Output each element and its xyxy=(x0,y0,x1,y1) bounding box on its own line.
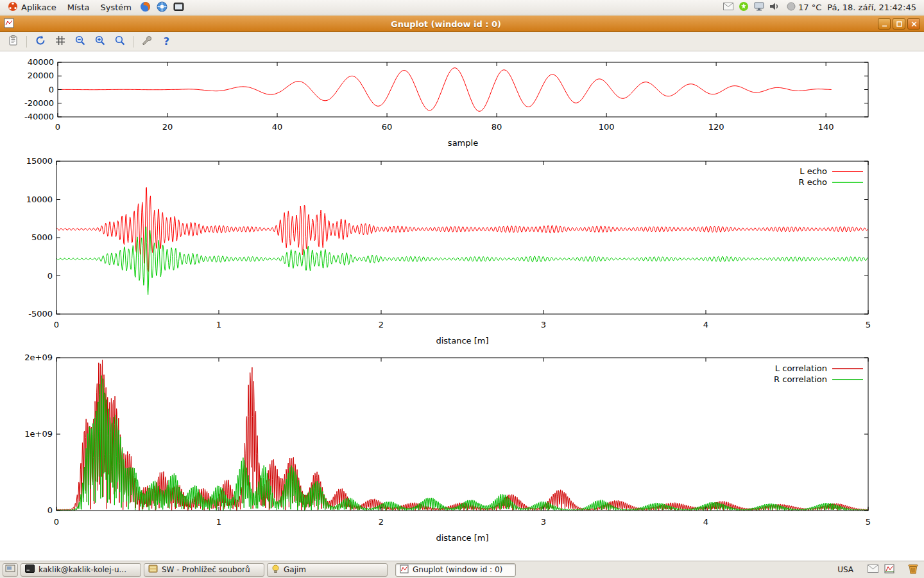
legend-label: L correlation xyxy=(775,363,827,373)
x-tick-label: 0 xyxy=(54,320,59,329)
help-launcher[interactable] xyxy=(154,1,170,15)
weather-icon xyxy=(787,2,796,13)
y-tick-label: 1e+09 xyxy=(24,429,53,439)
menu-applications[interactable]: Aplikace xyxy=(3,0,62,15)
terminal-icon xyxy=(173,2,184,13)
y-tick-label: 5000 xyxy=(31,232,53,242)
trash-icon xyxy=(907,563,919,576)
x-tick-label: 4 xyxy=(703,517,708,527)
x-axis-label: distance [m] xyxy=(436,533,488,543)
clipboard-icon xyxy=(8,35,19,48)
x-tick-label: 1 xyxy=(216,320,221,329)
grid-button[interactable] xyxy=(51,33,69,49)
task-gajim[interactable]: Gajim xyxy=(267,563,388,577)
toolbar-separator xyxy=(133,36,133,48)
zoom-next-button[interactable] xyxy=(91,33,108,49)
minimize-button[interactable] xyxy=(878,18,891,30)
legend-label: L echo xyxy=(800,166,827,176)
lifebuoy-icon xyxy=(157,1,167,14)
x-tick-label: 5 xyxy=(866,517,871,527)
x-tick-label: 1 xyxy=(216,517,221,527)
zoom-previous-button[interactable] xyxy=(71,33,89,49)
legend-label: R correlation xyxy=(774,374,827,384)
menu-system[interactable]: Systém xyxy=(95,1,136,13)
question-icon: ? xyxy=(164,35,169,48)
temperature-label: 17 °C xyxy=(798,3,821,12)
y-tick-label: -5000 xyxy=(28,309,53,319)
zoom-out-icon xyxy=(74,35,86,48)
menu-places-label: Místa xyxy=(67,3,90,12)
x-tick-label: 3 xyxy=(541,320,546,329)
update-notifier-icon[interactable] xyxy=(739,1,749,13)
x-axis-label: distance [m] xyxy=(436,336,488,346)
ubuntu-logo-icon xyxy=(8,1,18,13)
config-button[interactable] xyxy=(138,33,155,49)
terminal-launcher[interactable] xyxy=(171,1,187,14)
task-gnuplot-label: Gnuplot (window id : 0) xyxy=(413,565,502,574)
x-tick-label: 0 xyxy=(55,122,60,132)
firefox-launcher[interactable] xyxy=(137,1,153,15)
task-terminal[interactable]: kaklik@kaklik-kolej-u... xyxy=(21,563,141,577)
plot-canvas[interactable]: 02040608010012014040000200000-20000-4000… xyxy=(0,51,924,561)
window-title: Gnuplot (window id : 0) xyxy=(18,19,874,29)
chart-1: 012345150001000050000-5000distance [m]L … xyxy=(26,156,871,346)
x-tick-label: 100 xyxy=(599,122,615,132)
trash-applet[interactable] xyxy=(907,563,919,576)
toolbar-separator xyxy=(26,36,27,48)
file-manager-icon xyxy=(148,565,158,575)
copy-clipboard-button[interactable] xyxy=(4,33,22,49)
display-icon[interactable] xyxy=(754,2,764,13)
x-tick-label: 4 xyxy=(703,320,708,329)
gnuplot-tray-icon[interactable] xyxy=(884,564,894,575)
y-tick-label: 2e+09 xyxy=(24,353,53,362)
plot-area[interactable]: 02040608010012014040000200000-20000-4000… xyxy=(0,51,924,561)
replot-button[interactable] xyxy=(31,33,49,49)
zoom-in-icon xyxy=(94,35,106,48)
help-button[interactable]: ? xyxy=(158,33,175,49)
y-tick-label: 0 xyxy=(47,271,53,281)
x-tick-label: 20 xyxy=(162,122,173,132)
legend-label: R echo xyxy=(798,177,827,187)
menu-system-label: Systém xyxy=(100,3,131,12)
taskbar-tray xyxy=(862,564,900,575)
gnuplot-task-icon xyxy=(400,565,409,575)
plot-border xyxy=(56,161,868,314)
menu-places[interactable]: Místa xyxy=(62,1,95,13)
window-buttons xyxy=(878,18,920,30)
y-tick-label: 0 xyxy=(49,85,54,94)
zoom-button[interactable] xyxy=(111,33,128,49)
taskbar: kaklik@kaklik-kolej-u... SW - Prohlížeč … xyxy=(0,561,924,578)
desktop-icon xyxy=(5,565,15,575)
mail-notification-icon[interactable] xyxy=(723,3,733,12)
mail-tray-icon[interactable] xyxy=(868,565,878,575)
task-file-browser[interactable]: SW - Prohlížeč souborů xyxy=(144,563,264,577)
y-tick-label: -40000 xyxy=(24,112,54,121)
task-terminal-label: kaklik@kaklik-kolej-u... xyxy=(38,565,126,574)
y-tick-label: 15000 xyxy=(26,156,53,166)
x-axis-label: sample xyxy=(448,138,478,148)
series-l-echo xyxy=(56,188,868,272)
top-panel: Aplikace Místa Systém 17 °C Pá, 18. září… xyxy=(0,0,924,15)
series-r-echo xyxy=(56,227,868,295)
task-gnuplot[interactable]: Gnuplot (window id : 0) xyxy=(395,563,516,577)
y-tick-label: 0 xyxy=(47,505,53,515)
clock-label: Pá, 18. září, 21:42:45 xyxy=(827,3,916,12)
gnuplot-window-icon xyxy=(4,18,14,30)
close-button[interactable] xyxy=(907,18,920,30)
maximize-button[interactable] xyxy=(893,18,905,30)
keyboard-layout-indicator[interactable]: USA xyxy=(831,565,860,574)
grid-icon xyxy=(55,35,66,48)
x-tick-label: 0 xyxy=(54,517,59,527)
x-tick-label: 2 xyxy=(379,320,384,329)
show-desktop-button[interactable] xyxy=(3,563,18,577)
menu-applications-label: Aplikace xyxy=(21,3,56,12)
task-gajim-label: Gajim xyxy=(284,565,306,574)
volume-icon[interactable] xyxy=(769,2,780,13)
y-tick-label: 10000 xyxy=(26,195,53,204)
chart-2: 0123452e+091e+090distance [m]L correlati… xyxy=(24,353,871,543)
refresh-icon xyxy=(35,35,46,48)
weather-applet[interactable]: 17 °C xyxy=(784,2,824,13)
task-file-browser-label: SW - Prohlížeč souborů xyxy=(162,565,250,574)
clock-applet[interactable]: Pá, 18. září, 21:42:45 xyxy=(825,3,921,12)
window-titlebar[interactable]: Gnuplot (window id : 0) xyxy=(0,15,924,32)
